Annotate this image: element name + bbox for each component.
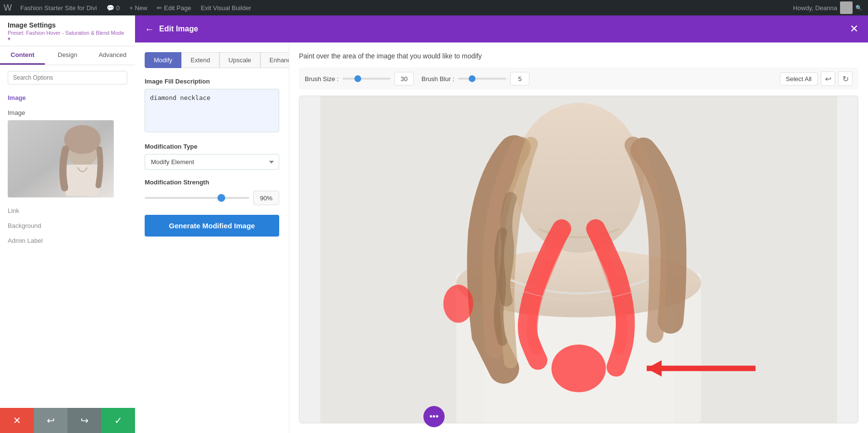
edit-page-label: ✏ Edit Page [157,4,191,12]
comments-icon: 💬 [107,4,114,12]
howdy-text: Howdy, Deanna 🔍 [787,1,868,14]
select-all-label: Select All [786,75,812,83]
tab-upscale[interactable]: Upscale [219,52,260,68]
tab-extend[interactable]: Extend [181,52,219,68]
image-fill-textarea[interactable]: diamond necklace [145,89,279,132]
svg-rect-5 [66,165,99,196]
modification-strength-section: Modification Strength 90% [145,179,279,205]
select-all-button[interactable]: Select All [780,72,818,85]
sidebar-item-admin-label[interactable]: Admin Label [0,233,135,248]
modal-title: Edit Image [159,25,198,33]
generate-button[interactable]: Generate Modified Image [145,215,279,237]
modification-type-container: Modify Element Replace Element Remove El… [145,154,279,170]
site-name-text: Fashion Starter Site for Divi [20,4,97,12]
tab-advanced[interactable]: Advanced [90,46,135,65]
brush-size-control: Brush Size : 30 [305,72,414,85]
brush-blur-control: Brush Blur : 5 [421,72,529,85]
modal-tabs: Modify Extend Upscale Enhance [145,52,279,68]
preview-svg [8,120,114,197]
wp-logo-icon[interactable]: W [0,0,15,15]
sidebar-item-link[interactable]: Link [0,203,135,218]
svg-point-12 [514,103,643,252]
canvas-toolbar: Brush Size : 30 Brush Blur : 5 Select Al… [299,68,858,90]
exit-builder-link[interactable]: Exit Visual Builder [196,0,256,15]
exit-builder-label: Exit Visual Builder [201,4,251,12]
brush-size-slider[interactable] [342,78,391,80]
modal-right-panel: Paint over the area of the image that yo… [289,42,868,433]
bottom-toolbar: ✕ ↩ ↪ ✓ [0,408,135,433]
undo-canvas-icon: ↩ [825,74,831,84]
modification-type-select[interactable]: Modify Element Replace Element Remove El… [145,154,279,170]
image-section: Image [0,103,135,203]
canvas-area[interactable] [299,96,858,423]
settings-header: Image Settings Preset: Fashion Hover - S… [0,15,135,46]
new-label: + New [129,4,147,12]
undo-button[interactable]: ↩ [34,408,68,433]
brush-blur-value: 5 [510,72,529,85]
new-link[interactable]: + New [124,0,152,15]
modification-strength-value: 90% [253,191,279,205]
tab-enhance[interactable]: Enhance [260,52,289,68]
modification-type-label: Modification Type [145,143,279,150]
image-preview[interactable] [8,120,114,197]
tab-content[interactable]: Content [0,46,45,65]
comments-link[interactable]: 💬 0 [102,0,124,15]
brush-size-value: 30 [394,72,414,85]
canvas-instructions: Paint over the area of the image that yo… [299,52,858,60]
settings-panel: Image Settings Preset: Fashion Hover - S… [0,15,135,433]
modal-body: Modify Extend Upscale Enhance Image Fill… [135,42,868,433]
modal-header: ← Edit Image ✕ [135,15,868,42]
edit-page-link[interactable]: ✏ Edit Page [152,0,196,15]
modal-close-button[interactable]: ✕ [850,23,858,35]
search-input[interactable] [8,71,127,84]
redo-canvas-icon: ↻ [842,74,849,84]
modal-left-panel: Modify Extend Upscale Enhance Image Fill… [135,42,289,433]
site-name-link[interactable]: Fashion Starter Site for Divi [15,0,102,15]
modification-strength-label: Modification Strength [145,179,279,186]
confirm-button[interactable]: ✓ [101,408,135,433]
tab-modify[interactable]: Modify [145,52,181,68]
undo-canvas-button[interactable]: ↩ [821,71,835,86]
generate-label: Generate Modified Image [169,222,255,230]
canvas-svg [299,96,858,423]
panel-title: Image Settings [8,21,127,29]
confirm-icon: ✓ [114,415,122,426]
image-fill-label: Image Fill Description [145,78,279,85]
cancel-button[interactable]: ✕ [0,408,34,433]
modification-strength-slider[interactable] [145,197,249,199]
image-label: Image [8,109,127,116]
settings-tabs: Content Design Advanced [0,46,135,65]
brush-blur-label: Brush Blur : [421,75,454,83]
preset-label: Preset: Fashion Hover - Saturation & Ble… [8,30,127,42]
edit-image-modal: ← Edit Image ✕ Modify Extend Upscale Enh… [135,15,868,433]
three-dots-button[interactable]: ••• [423,406,445,427]
svg-point-14 [443,285,473,323]
modal-back-arrow[interactable]: ← [145,24,154,35]
cancel-icon: ✕ [13,415,21,426]
brush-size-label: Brush Size : [305,75,339,83]
search-options-container [0,65,135,90]
image-section-label: Image [0,90,135,103]
three-dots-icon: ••• [430,412,439,422]
wp-admin-bar: W Fashion Starter Site for Divi 💬 0 + Ne… [0,0,868,15]
redo-icon: ↪ [81,415,89,426]
tab-design[interactable]: Design [45,46,90,65]
canvas-actions: Select All ↩ ↻ [780,71,853,86]
comments-count: 0 [116,4,120,12]
modal-header-left: ← Edit Image [145,24,198,35]
redo-canvas-button[interactable]: ↻ [838,71,853,86]
redo-button[interactable]: ↪ [68,408,101,433]
svg-point-6 [64,125,101,154]
brush-blur-slider[interactable] [458,78,506,80]
svg-point-13 [552,345,606,392]
modification-strength-row: 90% [145,191,279,205]
undo-icon: ↩ [47,415,55,426]
sidebar-item-background[interactable]: Background [0,218,135,233]
